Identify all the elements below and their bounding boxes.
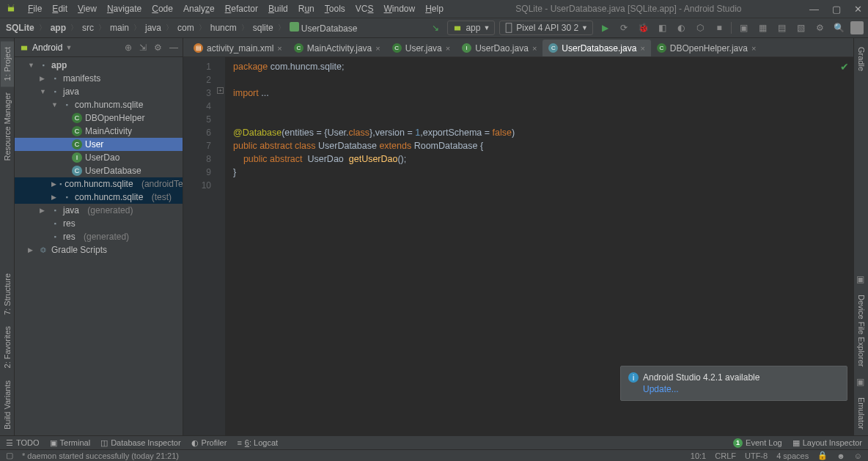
search-everywhere-icon[interactable]: 🔍 xyxy=(831,21,846,35)
bb-event-log[interactable]: 1Event Log xyxy=(733,438,782,448)
layout-inspector-icon[interactable]: ▧ xyxy=(793,21,808,35)
close-tab-icon[interactable]: × xyxy=(277,44,282,53)
select-opened-file-icon[interactable]: ⊕ xyxy=(125,43,132,53)
coverage-icon[interactable]: ◧ xyxy=(655,21,669,35)
debug-icon[interactable]: 🐞 xyxy=(636,21,650,35)
crumb-5[interactable]: com xyxy=(176,21,196,34)
rail-project[interactable]: 1: Project xyxy=(1,41,14,86)
rail-resource-manager[interactable]: Resource Manager xyxy=(1,86,14,167)
run-config-select[interactable]: app ▼ xyxy=(447,21,495,35)
menu-navigate[interactable]: Navigate xyxy=(103,2,146,15)
tree-file-userdatabase[interactable]: CUserDatabase xyxy=(15,164,183,177)
tree-file-user[interactable]: CUser xyxy=(15,138,183,151)
status-line-ending[interactable]: CRLF xyxy=(715,451,736,460)
expand-all-icon[interactable]: ⇲ xyxy=(139,43,147,53)
menu-build[interactable]: Build xyxy=(264,2,293,15)
menu-view[interactable]: View xyxy=(73,2,101,15)
tree-res-gen[interactable]: ▪res (generated) xyxy=(15,230,183,243)
rail-build-variants[interactable]: Build Variants xyxy=(1,375,14,435)
notification-update-link[interactable]: Update... xyxy=(643,384,839,394)
status-caret-pos[interactable]: 10:1 xyxy=(691,451,706,460)
close-tab-icon[interactable]: × xyxy=(640,44,644,53)
profile-icon[interactable]: ◐ xyxy=(674,21,688,35)
settings-icon[interactable]: ⚙ xyxy=(812,21,827,35)
status-window-icon[interactable]: ▢ xyxy=(6,451,13,460)
menu-window[interactable]: Window xyxy=(379,2,419,15)
menu-vcs[interactable]: VCS xyxy=(351,2,378,15)
tab-mainactivity[interactable]: CMainActivity.java× xyxy=(288,40,386,56)
tab-dbopenhelper[interactable]: CDBOpenHelper.java× xyxy=(651,40,762,56)
bb-logcat[interactable]: ≡6: Logcat xyxy=(237,438,278,447)
tab-user[interactable]: CUser.java× xyxy=(386,40,456,56)
rail-emulator[interactable]: Emulator xyxy=(855,391,868,435)
close-tab-icon[interactable]: × xyxy=(446,44,450,53)
menu-code[interactable]: Code xyxy=(147,2,177,15)
crumb-8[interactable]: UserDatabase xyxy=(288,21,359,35)
device-explorer-collapse-icon[interactable]: ▣ xyxy=(856,274,867,284)
resource-manager-icon[interactable]: ▤ xyxy=(774,21,789,35)
inspection-profile-icon[interactable]: ☻ xyxy=(836,451,845,460)
bb-profiler[interactable]: ◐Profiler xyxy=(191,438,227,448)
tree-res[interactable]: ▪res xyxy=(15,217,183,230)
rail-gradle[interactable]: Gradle xyxy=(855,41,868,77)
crumb-4[interactable]: java xyxy=(144,21,163,34)
menu-analyze[interactable]: Analyze xyxy=(179,2,219,15)
chevron-down-icon[interactable]: ▼ xyxy=(65,44,72,51)
tree-gradle-scripts[interactable]: ▶⏣Gradle Scripts xyxy=(15,243,183,257)
crumb-7[interactable]: sqlite xyxy=(251,21,275,34)
menu-refactor[interactable]: Refactor xyxy=(221,2,262,15)
bb-terminal[interactable]: ▣Terminal xyxy=(50,438,91,448)
menu-tools[interactable]: Tools xyxy=(320,2,350,15)
rail-favorites[interactable]: 2: Favorites xyxy=(1,320,14,374)
crumb-1[interactable]: app xyxy=(49,21,67,34)
tree-java[interactable]: ▼▪java xyxy=(15,85,183,98)
menu-help[interactable]: Help xyxy=(421,2,448,15)
hide-icon[interactable]: — xyxy=(169,43,178,53)
tree-file-userdao[interactable]: IUserDao xyxy=(15,151,183,164)
stop-button[interactable]: ■ xyxy=(712,21,727,35)
maximize-icon[interactable]: ▢ xyxy=(832,4,841,15)
sdk-manager-icon[interactable]: ▦ xyxy=(755,21,770,35)
menu-file[interactable]: File xyxy=(23,2,46,15)
rail-structure[interactable]: 7: Structure xyxy=(1,268,14,321)
pp-view-mode[interactable]: Android xyxy=(32,43,62,53)
tab-userdatabase[interactable]: CUserDatabase.java× xyxy=(542,40,651,56)
tree-file-mainactivity[interactable]: CMainActivity xyxy=(15,125,183,138)
close-tab-icon[interactable]: × xyxy=(375,44,380,53)
tree-pkg-androidtest[interactable]: ▶▪com.huncm.sqlite (androidTest) xyxy=(15,177,183,191)
crumb-0[interactable]: SQLite xyxy=(4,21,36,34)
bb-layout-inspector[interactable]: ▦Layout Inspector xyxy=(792,438,862,448)
apply-changes-icon[interactable]: ⟳ xyxy=(617,21,631,35)
crumb-2[interactable]: src xyxy=(81,21,95,34)
rail-device-file-explorer[interactable]: Device File Explorer xyxy=(855,289,868,372)
menu-edit[interactable]: Edit xyxy=(48,2,72,15)
status-indent[interactable]: 4 spaces xyxy=(776,451,809,460)
tab-userdao[interactable]: IUserDao.java× xyxy=(456,40,542,56)
inspection-ok-icon[interactable]: ✔ xyxy=(840,60,849,73)
tree-pkg-test[interactable]: ▶▪com.huncm.sqlite (test) xyxy=(15,191,183,204)
memory-indicator-icon[interactable]: ☺ xyxy=(854,451,862,460)
device-select[interactable]: Pixel 4 API 30 2 ▼ xyxy=(499,21,593,35)
close-icon[interactable]: ✕ xyxy=(854,4,862,15)
minimize-icon[interactable]: — xyxy=(809,4,819,15)
tab-activity-main[interactable]: ▤activity_main.xml× xyxy=(188,40,288,56)
avd-manager-icon[interactable]: ▣ xyxy=(736,21,751,35)
settings-icon[interactable]: ⚙ xyxy=(154,43,162,53)
close-tab-icon[interactable]: × xyxy=(532,44,537,53)
tree-file-dbopenhelper[interactable]: CDBOpenHelper xyxy=(15,111,183,125)
tree-pkg-main[interactable]: ▼▪com.huncm.sqlite xyxy=(15,98,183,111)
user-icon[interactable] xyxy=(850,21,864,34)
tree-app[interactable]: ▼▪app xyxy=(15,59,183,72)
tree-manifests[interactable]: ▶▪manifests xyxy=(15,72,183,85)
sync-gradle-icon[interactable]: ↘ xyxy=(428,21,443,35)
tree-java-gen[interactable]: ▶▪java (generated) xyxy=(15,204,183,217)
crumb-3[interactable]: main xyxy=(108,21,130,34)
fold-plus-icon[interactable]: + xyxy=(217,87,224,94)
lock-icon[interactable]: 🔒 xyxy=(817,451,828,460)
bb-todo[interactable]: ☰TODO xyxy=(6,438,40,448)
menu-run[interactable]: Run xyxy=(294,2,319,15)
bb-db-inspector[interactable]: ◫Database Inspector xyxy=(100,438,180,448)
close-tab-icon[interactable]: × xyxy=(751,44,756,53)
run-button[interactable]: ▶ xyxy=(597,21,612,35)
status-encoding[interactable]: UTF-8 xyxy=(745,451,768,460)
